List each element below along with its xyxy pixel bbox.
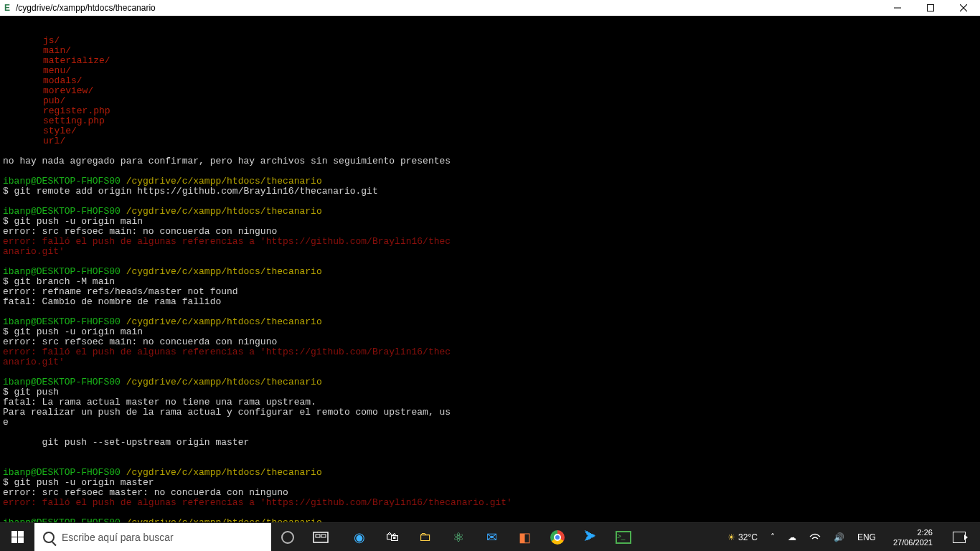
windows-icon xyxy=(11,531,24,543)
git-output-line: fatal: Cambio de nombre de rama fallido xyxy=(3,296,221,307)
start-button[interactable] xyxy=(0,523,34,552)
store-icon: 🛍 xyxy=(386,529,399,545)
cortana-icon xyxy=(281,531,294,544)
listing-item: setting.php xyxy=(43,116,105,126)
taskbar-app-mail[interactable]: ✉ xyxy=(475,523,508,552)
prompt-path: /cygdrive/c/xampp/htdocs/thecanario xyxy=(126,467,322,478)
git-output-line: error: src refsoec main: no concuerda co… xyxy=(3,336,277,347)
maximize-button[interactable] xyxy=(914,0,947,16)
git-output-line: fatal: La rama actual master no tiene un… xyxy=(3,397,316,408)
git-output-line: Para realizar un push de la rama actual … xyxy=(3,407,451,418)
tray-clock[interactable]: 2:26 27/06/2021 xyxy=(885,523,941,552)
tray-temperature: 32°C xyxy=(738,532,758,542)
listing-item: materialize/ xyxy=(43,55,110,66)
listing-item: modals/ xyxy=(43,75,83,86)
window-title: /cygdrive/c/xampp/htdocs/thecanario xyxy=(14,3,156,13)
listing-item: style/ xyxy=(43,126,77,136)
prompt-user: ibanp@DESKTOP-FHOFS00 xyxy=(3,316,121,327)
search-icon xyxy=(43,532,55,543)
terminal-output[interactable]: js/ main/ materialize/ menu/ modals/ mor… xyxy=(0,16,980,522)
listing-item: url/ xyxy=(43,136,65,146)
tray-wifi[interactable] xyxy=(805,523,825,552)
task-view-button[interactable] xyxy=(304,523,337,552)
listing-item: main/ xyxy=(43,45,71,56)
app-icon: E xyxy=(0,3,14,13)
git-output-line: error: src refsoec master: no concuerda … xyxy=(3,487,288,498)
git-error-line: error: falló el push de algunas referenc… xyxy=(3,236,451,247)
git-error-line: anario.git' xyxy=(3,357,65,367)
git-output-line: e xyxy=(3,417,9,428)
svg-rect-3 xyxy=(321,534,326,537)
prompt-path: /cygdrive/c/xampp/htdocs/thecanario xyxy=(126,316,322,327)
tray-language[interactable]: ENG xyxy=(853,523,880,552)
edge-icon: ◉ xyxy=(354,529,365,545)
tray-onedrive[interactable]: ☁ xyxy=(783,523,801,552)
git-output-line: error: src refsoec main: no concuerda co… xyxy=(3,226,277,237)
listing-item: pub/ xyxy=(43,95,65,106)
tray-weather[interactable]: ☀ 32°C xyxy=(723,523,762,552)
search-box[interactable]: Escribe aquí para buscar xyxy=(34,523,271,552)
prompt-path: /cygdrive/c/xampp/htdocs/thecanario xyxy=(126,176,322,187)
taskbar-app-atom[interactable]: ⚛ xyxy=(442,523,475,552)
tray-overflow-button[interactable]: ˄ xyxy=(766,523,779,552)
taskbar-app-xampp[interactable]: ◧ xyxy=(508,523,541,552)
taskbar-app-edge[interactable]: ◉ xyxy=(343,523,376,552)
atom-icon: ⚛ xyxy=(453,529,464,545)
taskbar-app-chrome[interactable] xyxy=(541,523,574,552)
svg-rect-2 xyxy=(316,534,320,537)
listing-item: register.php xyxy=(43,105,110,116)
volume-icon: 🔊 xyxy=(834,532,844,542)
prompt-user: ibanp@DESKTOP-FHOFS00 xyxy=(3,206,121,217)
command-line: git push -u origin master xyxy=(14,477,154,488)
chrome-icon xyxy=(550,530,565,545)
taskbar-app-store[interactable]: 🛍 xyxy=(376,523,409,552)
prompt-user: ibanp@DESKTOP-FHOFS00 xyxy=(3,467,121,478)
tray-date: 27/06/2021 xyxy=(893,537,933,547)
wifi-icon xyxy=(809,533,821,542)
mail-icon: ✉ xyxy=(486,529,497,545)
cortana-button[interactable] xyxy=(271,523,304,552)
search-placeholder: Escribe aquí para buscar xyxy=(62,532,174,543)
taskbar-app-terminal[interactable]: >_ xyxy=(607,523,640,552)
notification-icon xyxy=(953,532,966,543)
svg-rect-0 xyxy=(928,5,934,11)
tray-notifications[interactable] xyxy=(946,523,977,552)
listing-item: moreview/ xyxy=(43,85,93,96)
prompt-user: ibanp@DESKTOP-FHOFS00 xyxy=(3,266,121,277)
git-error-line: error: falló el push de algunas referenc… xyxy=(3,347,451,357)
xampp-icon: ◧ xyxy=(519,529,531,545)
git-output-line: error: refname refs/heads/master not fou… xyxy=(3,286,238,297)
taskbar-app-explorer[interactable]: 🗀 xyxy=(409,523,442,552)
cloud-icon: ☁ xyxy=(788,532,796,542)
terminal-icon: >_ xyxy=(616,531,631,544)
git-output-line: git push --set-upstream origin master xyxy=(3,437,249,448)
command-line: git push -u origin main xyxy=(14,326,143,337)
weather-icon: ☀ xyxy=(727,532,735,542)
listing-item: menu/ xyxy=(43,65,71,76)
prompt-user: ibanp@DESKTOP-FHOFS00 xyxy=(3,517,121,522)
vscode-icon: ⮞ xyxy=(584,529,597,545)
command-line: git push -u origin main xyxy=(14,216,143,227)
prompt-path: /cygdrive/c/xampp/htdocs/thecanario xyxy=(126,517,322,522)
folder-icon: 🗀 xyxy=(419,529,432,545)
tray-time: 2:26 xyxy=(893,527,933,537)
git-error-line: error: falló el push de algunas referenc… xyxy=(3,497,512,508)
command-line: git remote add origin https://github.com… xyxy=(14,186,378,197)
taskbar-app-vscode[interactable]: ⮞ xyxy=(574,523,607,552)
prompt-path: /cygdrive/c/xampp/htdocs/thecanario xyxy=(126,377,322,387)
minimize-button[interactable] xyxy=(881,0,914,16)
git-output-line: no hay nada agregado para confirmar, per… xyxy=(3,156,451,166)
close-button[interactable] xyxy=(947,0,980,16)
prompt-user: ibanp@DESKTOP-FHOFS00 xyxy=(3,377,121,387)
tray-language-label: ENG xyxy=(857,532,876,542)
command-line: git branch -M main xyxy=(14,276,115,287)
chevron-up-icon: ˄ xyxy=(771,532,775,542)
prompt-path: /cygdrive/c/xampp/htdocs/thecanario xyxy=(126,206,322,217)
prompt-user: ibanp@DESKTOP-FHOFS00 xyxy=(3,176,121,187)
git-error-line: anario.git' xyxy=(3,246,65,257)
window-titlebar: E /cygdrive/c/xampp/htdocs/thecanario xyxy=(0,0,980,16)
tray-volume[interactable]: 🔊 xyxy=(829,523,849,552)
prompt-path: /cygdrive/c/xampp/htdocs/thecanario xyxy=(126,266,322,277)
taskbar: Escribe aquí para buscar ◉ 🛍 🗀 ⚛ ✉ ◧ ⮞ >… xyxy=(0,522,980,551)
listing-item: js/ xyxy=(43,35,60,46)
